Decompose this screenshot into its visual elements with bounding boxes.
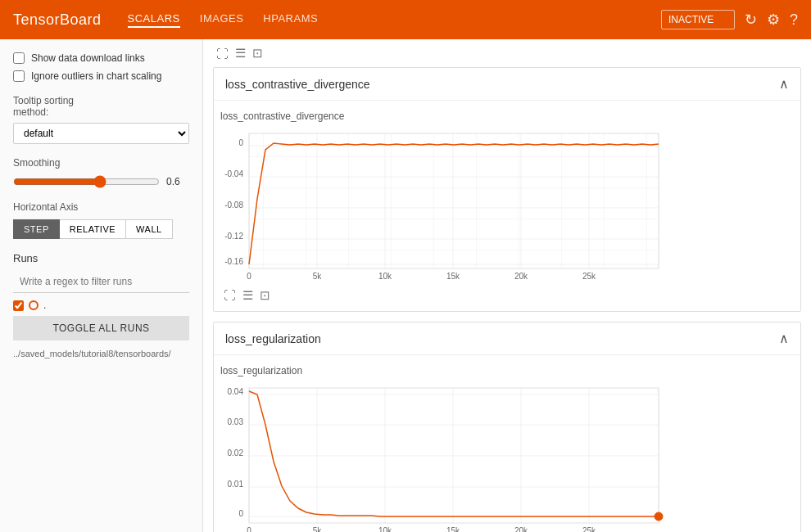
- smoothing-value: 0.6: [166, 176, 189, 187]
- camera-icon-contrastive[interactable]: ⊡: [260, 288, 270, 303]
- svg-text:0: 0: [247, 272, 251, 281]
- chart-label-contrastive: loss_contrastive_divergence: [220, 110, 794, 122]
- axis-step-btn[interactable]: STEP: [13, 219, 60, 239]
- chart-card-contrastive: loss_contrastive_divergence ∧ loss_contr…: [213, 67, 801, 312]
- runs-section: Runs . TOGGLE ALL RUNS ../saved_models/t…: [13, 252, 189, 358]
- svg-text:5k: 5k: [313, 272, 323, 281]
- chart-title-regularization: loss_regularization: [225, 332, 321, 345]
- svg-text:-0.12: -0.12: [224, 232, 243, 241]
- run-path: ../saved_models/tutorial8/tensorboards/: [13, 349, 189, 358]
- svg-text:0.04: 0.04: [228, 387, 244, 396]
- top-camera-icon[interactable]: ⊡: [252, 46, 263, 61]
- chart-svg-contrastive: 0 -0.04 -0.08 -0.12 -0.16: [220, 125, 671, 281]
- chart-collapse-contrastive[interactable]: ∧: [779, 76, 789, 92]
- display-options: Show data download links Ignore outliers…: [13, 52, 189, 82]
- settings-icon[interactable]: ⚙: [767, 11, 780, 29]
- svg-text:20k: 20k: [514, 526, 528, 532]
- svg-rect-30: [249, 388, 659, 523]
- tooltip-sorting-label: Tooltip sortingmethod:: [13, 95, 189, 118]
- smoothing-slider[interactable]: [13, 175, 160, 188]
- ignore-outliers-row: Ignore outliers in chart scaling: [13, 70, 189, 82]
- axis-wall-btn[interactable]: WALL: [126, 219, 173, 239]
- ignore-outliers-checkbox[interactable]: [13, 70, 25, 82]
- inactive-select[interactable]: INACTIVE: [661, 10, 735, 29]
- axis-buttons: STEP RELATIVE WALL: [13, 219, 189, 239]
- svg-point-43: [655, 512, 663, 521]
- svg-text:10k: 10k: [378, 526, 392, 532]
- nav-scalars[interactable]: SCALARS: [128, 12, 180, 28]
- chart-label-regularization: loss_regularization: [220, 365, 794, 376]
- content-inner: ⛶ ☰ ⊡ loss_contrastive_divergence ∧ loss…: [213, 39, 801, 532]
- top-list-icon[interactable]: ☰: [235, 46, 246, 61]
- svg-text:0: 0: [238, 509, 243, 518]
- brand: TensorBoard: [13, 11, 102, 29]
- slider-row: 0.6: [13, 175, 189, 188]
- smoothing-label: Smoothing: [13, 157, 189, 169]
- chart-collapse-regularization[interactable]: ∧: [779, 331, 789, 346]
- content-area: ⛶ ☰ ⊡ loss_contrastive_divergence ∧ loss…: [203, 39, 811, 532]
- svg-text:0.02: 0.02: [228, 449, 244, 458]
- chart-icons-contrastive: ⛶ ☰ ⊡: [220, 283, 794, 304]
- horizontal-axis-label: Horizontal Axis: [13, 201, 189, 213]
- chart-svg-regularization: 0.04 0.03 0.02 0.01 0: [220, 380, 671, 532]
- horizontal-axis-section: Horizontal Axis STEP RELATIVE WALL: [13, 201, 189, 239]
- chart-body-regularization: loss_regularization 0.04 0.03 0.02 0.01 …: [214, 355, 800, 532]
- chart-body-contrastive: loss_contrastive_divergence 0 -0.04: [214, 101, 800, 311]
- nav-hparams[interactable]: HPARAMS: [263, 12, 318, 28]
- nav-images[interactable]: IMAGES: [200, 12, 244, 28]
- toggle-all-runs-button[interactable]: TOGGLE ALL RUNS: [13, 316, 189, 340]
- refresh-icon[interactable]: ↻: [745, 11, 757, 29]
- show-data-label: Show data download links: [31, 52, 145, 64]
- tooltip-sorting-section: Tooltip sortingmethod: default ascending…: [13, 95, 189, 144]
- chart-header-regularization: loss_regularization ∧: [214, 322, 800, 355]
- svg-text:0.01: 0.01: [228, 480, 244, 489]
- smoothing-section: Smoothing 0.6: [13, 157, 189, 188]
- run-dot-label: .: [43, 300, 46, 311]
- chart-title-contrastive: loss_contrastive_divergence: [225, 78, 370, 91]
- chart-header-contrastive: loss_contrastive_divergence ∧: [214, 68, 800, 101]
- help-icon[interactable]: ?: [790, 11, 798, 29]
- run-color-dot: [29, 300, 39, 310]
- chart-card-regularization: loss_regularization ∧ loss_regularizatio…: [213, 322, 801, 532]
- svg-rect-6: [249, 133, 659, 268]
- run-checkbox[interactable]: [13, 300, 24, 311]
- runs-label: Runs: [13, 252, 189, 264]
- svg-text:-0.08: -0.08: [224, 201, 243, 210]
- topnav: TensorBoard SCALARS IMAGES HPARAMS INACT…: [0, 0, 811, 39]
- svg-text:15k: 15k: [446, 272, 460, 281]
- svg-text:20k: 20k: [514, 272, 528, 281]
- top-icons-row: ⛶ ☰ ⊡: [213, 39, 801, 67]
- ignore-outliers-label: Ignore outliers in chart scaling: [31, 70, 161, 82]
- svg-text:0: 0: [247, 526, 251, 532]
- run-item: .: [13, 300, 189, 311]
- chart-container-regularization: 0.04 0.03 0.02 0.01 0: [220, 380, 794, 532]
- svg-text:10k: 10k: [378, 272, 392, 281]
- show-data-row: Show data download links: [13, 52, 189, 64]
- sidebar: Show data download links Ignore outliers…: [0, 39, 203, 532]
- top-expand-icon[interactable]: ⛶: [216, 47, 229, 61]
- svg-text:-0.16: -0.16: [224, 257, 243, 266]
- expand-icon-contrastive[interactable]: ⛶: [224, 288, 236, 303]
- svg-text:5k: 5k: [313, 526, 323, 532]
- svg-text:25k: 25k: [582, 272, 596, 281]
- svg-text:15k: 15k: [446, 526, 460, 532]
- list-icon-contrastive[interactable]: ☰: [242, 288, 253, 303]
- tooltip-sorting-select[interactable]: default ascending descending: [13, 123, 189, 144]
- chart-container-contrastive: 0 -0.04 -0.08 -0.12 -0.16: [220, 125, 794, 283]
- svg-text:-0.04: -0.04: [224, 169, 243, 178]
- runs-filter-input[interactable]: [13, 271, 189, 293]
- show-data-checkbox[interactable]: [13, 52, 25, 64]
- nav-links: SCALARS IMAGES HPARAMS: [128, 12, 319, 28]
- main-layout: Show data download links Ignore outliers…: [0, 39, 811, 532]
- svg-text:0.03: 0.03: [228, 417, 244, 426]
- svg-text:25k: 25k: [582, 526, 596, 532]
- svg-text:0: 0: [238, 138, 243, 147]
- axis-relative-btn[interactable]: RELATIVE: [60, 219, 126, 239]
- topnav-right: INACTIVE ↻ ⚙ ?: [661, 10, 798, 29]
